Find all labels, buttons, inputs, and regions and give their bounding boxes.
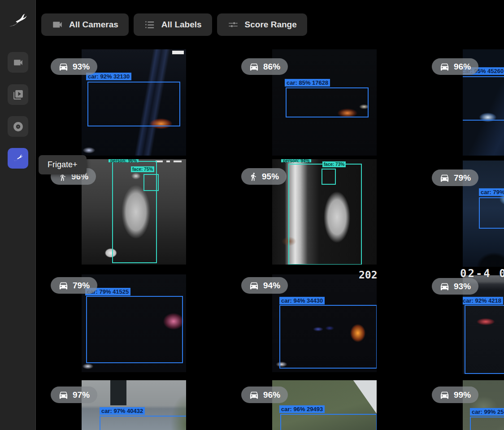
filter-label: All Cameras: [69, 20, 118, 30]
snapshot-image[interactable]: car: 85% 17628: [272, 49, 377, 156]
detection-label-main: car: 96% 29493: [279, 405, 325, 413]
frigate-plus-tooltip: Frigate+: [39, 155, 87, 174]
detection-label-main: car: 85% 17628: [285, 79, 330, 87]
detection-box-main: [470, 417, 504, 430]
detection-box-main: [280, 414, 377, 430]
frigate-bird-icon: [13, 153, 24, 164]
score-badge: 93%: [432, 278, 478, 295]
detection-label-main: car: 94% 34430: [279, 297, 325, 304]
filter-label: Score Range: [245, 20, 297, 30]
camera-icon: [52, 19, 63, 30]
score-badge: 96%: [432, 58, 478, 75]
review-icon: [13, 89, 24, 100]
detection-box-main: [279, 305, 377, 369]
car-icon: [439, 61, 450, 72]
detection-label-main: car: 92% 4218: [463, 297, 503, 304]
car-icon: [439, 390, 450, 400]
car-icon: [439, 281, 450, 291]
snapshot-image[interactable]: car: 92% 32130: [82, 49, 186, 156]
score-value: 93%: [73, 62, 90, 72]
snapshot-tile-r2c1[interactable]: person: 96%face: 75% 96%: [43, 159, 234, 265]
score-value: 86%: [263, 62, 280, 72]
score-badge: 94%: [241, 277, 288, 294]
score-value: 95%: [262, 172, 279, 182]
score-badge: 79%: [51, 277, 97, 294]
score-badge: 97%: [51, 387, 97, 403]
detection-label-top: person: 94%: [281, 159, 311, 162]
filter-bar: All Cameras All Labels Score Range: [41, 13, 307, 36]
snapshot-image[interactable]: car: 96% 29493: [272, 380, 377, 430]
snapshot-tile-r3c1[interactable]: car: 79% 41525 79%: [43, 274, 234, 372]
score-value: 96%: [263, 390, 280, 400]
filter-label: All Labels: [161, 20, 202, 30]
detection-box-face: [143, 174, 159, 191]
detection-label-face: face: 73%: [322, 161, 346, 167]
camera-timestamp: 202: [359, 269, 378, 281]
score-value: 99%: [454, 390, 471, 400]
detection-label-face: face: 75%: [131, 166, 154, 172]
detection-box-main: [479, 197, 504, 229]
snapshot-image[interactable]: car: 94% 34430: [272, 274, 377, 372]
frigate-logo: [7, 11, 29, 32]
sidebar: [0, 0, 36, 430]
snapshot-tile-r1c3[interactable]: car: 95% 45260 96%: [424, 49, 504, 156]
snapshot-tile-r2c2[interactable]: person: 94%face: 73% 95%: [234, 159, 424, 265]
snapshot-image[interactable]: person: 94%face: 73%: [272, 159, 377, 265]
snapshot-tile-r3c2[interactable]: car: 94% 34430 94% 202: [234, 274, 424, 372]
snapshot-tile-r3c3[interactable]: car: 92% 4218 93% 02-4 05 0: [424, 275, 504, 374]
score-range-filter-button[interactable]: Score Range: [217, 13, 307, 36]
detection-label-main: car: 79%: [479, 188, 504, 196]
car-icon: [249, 61, 259, 72]
score-badge: 93%: [51, 58, 97, 75]
snapshot-image[interactable]: person: 96%face: 75%: [82, 159, 186, 265]
car-icon: [58, 280, 69, 291]
detection-box-main: [86, 296, 183, 363]
sliders-icon: [227, 19, 239, 30]
snapshot-tile-r1c1[interactable]: car: 92% 32130 93%: [43, 49, 234, 156]
detection-box-face: [322, 169, 336, 185]
snapshot-tile-r4c1[interactable]: car: 97% 40432 97%: [43, 380, 234, 430]
snapshot-tile-r4c2[interactable]: car: 96% 29493 96%: [234, 380, 424, 430]
detection-label-top: person: 96%: [109, 159, 139, 162]
score-value: 96%: [454, 62, 471, 72]
car-icon: [249, 280, 259, 291]
score-value: 97%: [73, 390, 90, 400]
score-badge: 95%: [241, 168, 287, 185]
snapshot-tile-r4c3[interactable]: car: 99% 25 99%: [424, 380, 504, 430]
all-labels-filter-button[interactable]: All Labels: [134, 13, 212, 36]
export-disc-icon: [13, 121, 24, 132]
score-badge: 86%: [241, 58, 288, 75]
car-icon: [439, 173, 450, 183]
detection-box-main: [286, 87, 369, 117]
detection-label-main: car: 97% 40432: [100, 407, 145, 415]
all-cameras-filter-button[interactable]: All Cameras: [41, 13, 129, 36]
camera-icon: [13, 57, 24, 68]
detection-box-main: [87, 82, 180, 126]
score-value: 79%: [73, 281, 90, 291]
score-value: 94%: [263, 281, 280, 291]
snapshot-tile-r1c2[interactable]: car: 85% 17628 86%: [234, 49, 424, 156]
score-badge: 96%: [241, 387, 288, 403]
detection-box-main: [100, 416, 186, 430]
score-value: 79%: [454, 173, 471, 183]
sidebar-item-live[interactable]: [8, 52, 28, 73]
snapshot-grid: car: 92% 32130 93% car: 85% 17628 86% ca…: [0, 0, 504, 430]
score-badge: 79%: [432, 169, 478, 186]
frigate-app: All Cameras All Labels Score Range car: …: [0, 0, 504, 430]
car-icon: [58, 390, 69, 400]
snapshot-image[interactable]: car: 79% 41525: [82, 274, 186, 372]
frigate-bird-icon: [7, 11, 29, 32]
score-badge: 99%: [432, 387, 478, 403]
sidebar-item-frigate-plus[interactable]: [8, 148, 28, 169]
car-icon: [249, 390, 259, 400]
detection-label-main: car: 99% 25: [470, 408, 504, 416]
snapshot-tile-r2c3[interactable]: car: 79% 79%: [424, 161, 504, 267]
sidebar-item-review[interactable]: [8, 84, 28, 105]
detection-box-main: [465, 305, 504, 374]
detection-box-main: [463, 76, 504, 121]
score-value: 93%: [454, 282, 471, 291]
snapshot-image[interactable]: car: 97% 40432: [82, 380, 186, 430]
list-icon: [144, 19, 156, 30]
sidebar-item-export[interactable]: [8, 116, 28, 137]
car-icon: [58, 61, 69, 72]
